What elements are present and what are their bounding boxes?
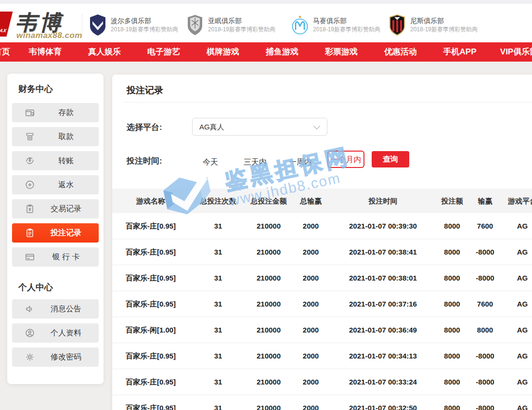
sidebar-item-transfer[interactable]: 转账 [12,151,99,170]
table-cell: 8000 [435,369,469,395]
sidebar-item-withdraw[interactable]: 取款 [12,127,99,146]
query-button[interactable]: 查询 [372,151,409,167]
sponsor-tagline: 2018-19新赛季博彩赞助商 [313,26,380,34]
sidebar-item-change-password[interactable]: 修改密码 [12,347,99,367]
nav-item-3[interactable]: 电子游艺 [134,42,194,62]
table-cell: 2021-01-07 00:36:49 [331,317,435,343]
table-cell: 2021-01-07 00:32:50 [331,395,435,410]
table-cell: 8000 [435,265,469,291]
table-cell: 31 [189,369,247,395]
table-cell: 210000 [247,317,290,343]
sidebar-item-rebate[interactable]: 返水 [12,175,99,194]
sidebar-item-deposit[interactable]: 存款 [12,103,99,122]
table-cell: 2021-01-07 00:34:13 [331,343,435,369]
nav-item-2[interactable]: 真人娱乐 [75,42,134,62]
header-divider [82,13,82,37]
nav-item-7[interactable]: 优惠活动 [371,42,430,62]
table-cell: 百家乐-闲[1.00] [112,317,189,343]
sidebar-item-label: 修改密码 [33,347,99,367]
table-row: 百家乐-庄[0.95]3121000020002021-01-07 00:38:… [112,239,532,265]
sidebar-item-bank-card[interactable]: 银 行 卡 [12,247,99,267]
table-cell: 百家乐-庄[0.95] [112,395,189,410]
title-divider [124,102,532,102]
table-header-row: 游戏名称总投注次数总投注金额总输赢投注时间投注额输赢游戏平台 [112,189,532,213]
sidebar-item-profile[interactable]: 个人资料 [12,323,99,343]
table-cell: 31 [189,343,247,369]
table-cell: 2000 [290,343,331,369]
table-cell: AG [501,317,532,343]
sponsor-nice: 尼斯俱乐部2018-19新赛季博彩赞助商 [389,13,478,37]
time-option-1[interactable]: 三天内 [234,157,277,167]
table-cell: 31 [189,395,247,410]
table-cell: 百家乐-庄[0.95] [112,343,189,369]
table-row: 百家乐-庄[0.95]3121000020002021-01-07 00:33:… [112,369,532,395]
nav-item-5[interactable]: 捕鱼游戏 [252,42,312,62]
table-cell: 7600 [469,213,501,239]
sponsor-tagline: 2018-19新赛季博彩赞助商 [208,26,275,34]
table-cell: AG [501,265,532,291]
platform-select[interactable]: AG真人 [192,118,327,136]
table-cell: 31 [189,265,247,291]
table-cell: AG [501,343,532,369]
table-cell: 2000 [290,369,331,395]
time-option-3-selected[interactable]: 一个月内 [327,151,364,168]
chevron-down-icon [313,123,320,129]
table-cell: -8000 [469,395,501,410]
nav-item-9[interactable]: VIP俱乐部 [489,42,532,62]
sponsor-name: 亚眠俱乐部 [208,16,275,26]
nav-item-0[interactable]: 首页 [0,42,16,62]
table-header-cell: 总输赢 [290,189,331,213]
sidebar-item-label: 银 行 卡 [33,247,99,267]
bet-records-panel: 投注记录 选择平台: AG真人 投注时间: 今天三天内一周内一个月内 查询 游戏… [112,75,532,410]
table-cell: 百家乐-庄[0.95] [112,265,189,291]
table-row: 百家乐-庄[0.95]3121000020002021-01-07 00:39:… [112,213,532,239]
table-row: 百家乐-闲[1.00]3121000020002021-01-07 00:36:… [112,317,532,343]
nav-item-6[interactable]: 彩票游戏 [311,42,371,62]
platform-select-value: AG真人 [199,118,224,135]
table-cell: 8000 [435,239,469,265]
time-label: 投注时间: [127,155,162,167]
table-cell: -8000 [469,369,501,395]
table-cell: AG [501,213,532,239]
logo-mark-text: AX [0,28,7,33]
table-row: 百家乐-庄[0.95]3121000020002021-01-07 00:34:… [112,343,532,369]
table-header-cell: 投注时间 [331,189,435,213]
winamax-logo-mark[interactable]: AX [0,12,13,37]
bet-records-table: 游戏名称总投注次数总投注金额总输赢投注时间投注额输赢游戏平台百家乐-庄[0.95… [112,189,532,410]
table-cell: 百家乐-庄[0.95] [112,239,189,265]
time-option-2[interactable]: 一周内 [279,157,322,167]
table-cell: 8000 [435,291,469,317]
sponsor-amiens: 亚眠俱乐部2018-19新赛季博彩赞助商 [186,13,275,37]
table-header-cell: 游戏平台 [501,189,532,213]
table-cell: 2000 [290,265,331,291]
table-cell: AG [501,291,532,317]
nav-item-8[interactable]: 手机APP [430,42,490,62]
table-cell: 2021-01-07 00:39:30 [331,213,435,239]
table-header-cell: 总投注次数 [189,189,247,213]
table-cell: 8000 [435,395,469,410]
table-cell: 百家乐-庄[0.95] [112,213,189,239]
table-cell: 8000 [435,343,469,369]
table-header-cell: 游戏名称 [112,189,189,213]
table-cell: 2021-01-07 00:33:24 [331,369,435,395]
sidebar-item-transaction-records[interactable]: 交易记录 [12,199,99,218]
nav-item-4[interactable]: 棋牌游戏 [193,42,253,62]
table-cell: 31 [189,239,247,265]
amiens-badge [186,14,204,36]
sidebar-item-bet-records[interactable]: 投注记录 [12,223,99,243]
sidebar-item-announcements[interactable]: 消息公告 [12,299,99,319]
table-cell: 210000 [247,213,290,239]
sponsor-name: 尼斯俱乐部 [410,16,478,26]
sponsor-name: 波尔多俱乐部 [111,16,178,26]
sidebar-item-label: 取款 [33,127,99,146]
sponsor-bordeaux: 波尔多俱乐部2018-19新赛季博彩赞助商 [89,13,178,37]
table-cell: 210000 [247,343,290,369]
time-option-0[interactable]: 今天 [189,157,232,167]
table-cell: 2000 [290,317,331,343]
table-cell: -8000 [469,265,501,291]
table-cell: 2000 [290,395,331,410]
nav-item-1[interactable]: 韦博体育 [15,42,75,62]
page-title: 投注记录 [127,84,163,97]
sidebar-item-label: 交易记录 [33,199,99,218]
table-cell: -8000 [469,343,501,369]
